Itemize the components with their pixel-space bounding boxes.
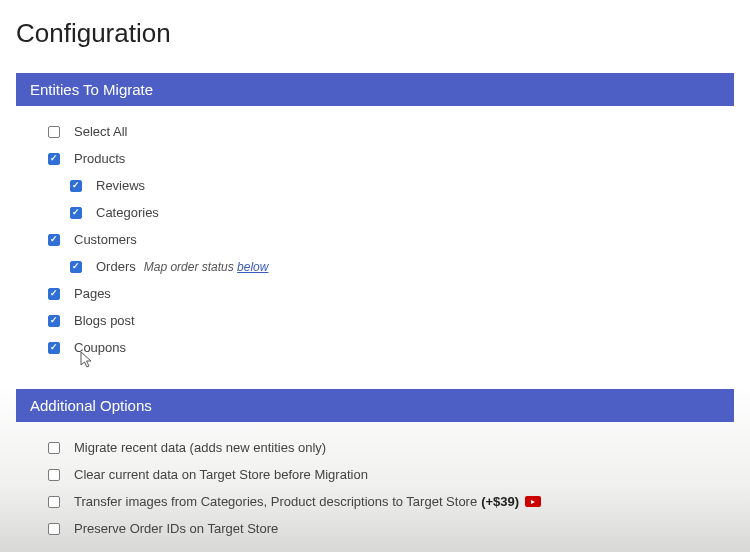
- checkbox-customers[interactable]: [48, 234, 60, 246]
- checkbox-categories[interactable]: [70, 207, 82, 219]
- row-orders: Orders Map order status below: [48, 259, 734, 274]
- label-transfer-images: Transfer images from Categories, Product…: [74, 494, 477, 509]
- checkbox-reviews[interactable]: [70, 180, 82, 192]
- row-blogs-post: Blogs post: [48, 313, 734, 328]
- label-customers: Customers: [74, 232, 137, 247]
- row-select-all: Select All: [48, 124, 734, 139]
- row-products: Products: [48, 151, 734, 166]
- label-products: Products: [74, 151, 125, 166]
- label-clear-current: Clear current data on Target Store befor…: [74, 467, 368, 482]
- row-transfer-images: Transfer images from Categories, Product…: [48, 494, 734, 509]
- hint-orders-prefix: Map order status: [144, 260, 237, 274]
- checkbox-pages[interactable]: [48, 288, 60, 300]
- label-preserve-order-ids: Preserve Order IDs on Target Store: [74, 521, 278, 536]
- checkbox-migrate-recent[interactable]: [48, 442, 60, 454]
- label-reviews: Reviews: [96, 178, 145, 193]
- checkbox-blogs-post[interactable]: [48, 315, 60, 327]
- checkbox-orders[interactable]: [70, 261, 82, 273]
- checkbox-transfer-images[interactable]: [48, 496, 60, 508]
- section-header-entities: Entities To Migrate: [16, 73, 734, 106]
- row-reviews: Reviews: [48, 178, 734, 193]
- entities-list: Select All Products Reviews Categories C…: [16, 124, 734, 389]
- label-pages: Pages: [74, 286, 111, 301]
- checkbox-clear-current[interactable]: [48, 469, 60, 481]
- row-preserve-order-ids: Preserve Order IDs on Target Store: [48, 521, 734, 536]
- row-customers: Customers: [48, 232, 734, 247]
- checkbox-products[interactable]: [48, 153, 60, 165]
- row-categories: Categories: [48, 205, 734, 220]
- price-transfer-images: (+$39): [481, 494, 519, 509]
- label-blogs-post: Blogs post: [74, 313, 135, 328]
- row-clear-current: Clear current data on Target Store befor…: [48, 467, 734, 482]
- label-migrate-recent: Migrate recent data (adds new entities o…: [74, 440, 326, 455]
- youtube-icon[interactable]: [525, 496, 541, 507]
- checkbox-preserve-order-ids[interactable]: [48, 523, 60, 535]
- label-categories: Categories: [96, 205, 159, 220]
- hint-orders: Map order status below: [144, 260, 269, 274]
- additional-options-list: Migrate recent data (adds new entities o…: [16, 440, 734, 552]
- row-migrate-recent: Migrate recent data (adds new entities o…: [48, 440, 734, 455]
- section-header-additional-options: Additional Options: [16, 389, 734, 422]
- row-coupons: Coupons: [48, 340, 734, 355]
- page-title: Configuration: [16, 18, 734, 49]
- label-orders: Orders: [96, 259, 136, 274]
- checkbox-coupons[interactable]: [48, 342, 60, 354]
- row-pages: Pages: [48, 286, 734, 301]
- link-map-order-status[interactable]: below: [237, 260, 268, 274]
- label-select-all: Select All: [74, 124, 127, 139]
- checkbox-select-all[interactable]: [48, 126, 60, 138]
- label-coupons: Coupons: [74, 340, 126, 355]
